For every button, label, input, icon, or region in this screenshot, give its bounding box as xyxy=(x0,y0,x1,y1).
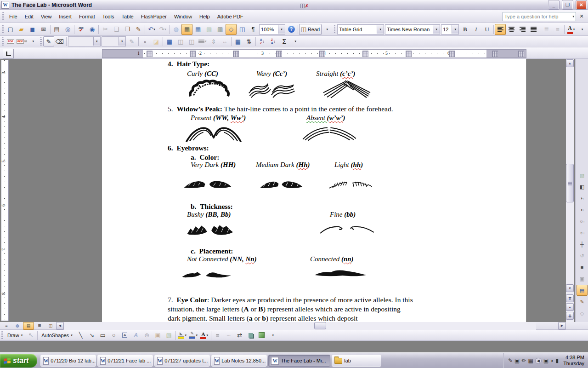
start-button[interactable]: start xyxy=(0,354,37,368)
web-layout-view-button[interactable]: ◍ xyxy=(12,322,23,330)
tray-display-icon[interactable]: ▣ xyxy=(514,357,520,364)
less-contrast-button[interactable]: ◑↓ xyxy=(577,204,588,215)
toolbar-grip[interactable] xyxy=(2,25,4,34)
open-button[interactable]: ▰ xyxy=(16,24,27,35)
tray-monitor-icon[interactable]: ▣ xyxy=(543,357,548,364)
widows-peak-present-drawing[interactable] xyxy=(184,123,243,144)
tray-printer-icon[interactable]: ▦ xyxy=(528,357,533,364)
scrollbar-thumb[interactable] xyxy=(566,164,574,202)
taskbar-window-button-active[interactable]: W The Face Lab - Mi... xyxy=(268,355,330,367)
undo-button[interactable]: ↶▾ xyxy=(146,24,157,35)
oval-button[interactable]: ○ xyxy=(108,330,119,341)
line-style-button[interactable]: ≡ xyxy=(212,330,223,341)
tray-writing-icon[interactable]: ✏ xyxy=(521,357,526,364)
border-color-button[interactable]: ✎ xyxy=(126,36,137,46)
zoom-combobox[interactable]: 100% ▾ xyxy=(259,24,285,34)
split-cells-button[interactable]: ◫ xyxy=(186,36,197,46)
taskbar-clock[interactable]: 4:38 PM Thursday xyxy=(563,355,584,367)
toolbar-grip[interactable] xyxy=(40,37,42,46)
insert-hyperlink-button[interactable]: ◍ xyxy=(170,24,181,35)
font-color-button[interactable]: A ▾ xyxy=(565,24,577,35)
scroll-left-button[interactable]: ◀ xyxy=(56,322,64,330)
close-document-icon[interactable]: ✕ xyxy=(577,12,586,21)
rotate-left-button[interactable]: ↺ xyxy=(577,250,588,261)
arrow-button[interactable]: ↘ xyxy=(86,330,97,341)
chevron-down-icon[interactable]: ▾ xyxy=(153,28,155,31)
crop-button[interactable]: ┼ xyxy=(577,239,588,250)
scroll-right-button[interactable]: ▶ xyxy=(558,322,566,330)
previous-page-button[interactable]: ⇈ xyxy=(566,294,574,302)
table-autoformat-button[interactable]: ▦ xyxy=(232,36,243,46)
document-page[interactable]: 4. Hair Type: Curly (CC) Wavy (Cc’) Stra… xyxy=(102,59,527,322)
set-transparent-color-button[interactable]: ◇ xyxy=(577,308,588,319)
align-right-button[interactable] xyxy=(517,24,528,35)
italic-button[interactable]: I xyxy=(470,24,481,35)
table-column-marker[interactable] xyxy=(449,51,455,57)
text-direction-button[interactable]: ⇅ xyxy=(243,36,254,46)
menu-view[interactable]: View xyxy=(37,12,56,22)
shadow-style-button[interactable] xyxy=(245,330,256,341)
chevron-down-icon[interactable]: ▾ xyxy=(572,15,574,18)
more-brightness-button[interactable]: ☼↑ xyxy=(577,216,588,227)
clip-art-button[interactable]: ▣ xyxy=(153,330,164,341)
tray-chevron-icon[interactable]: ◀ xyxy=(535,358,542,364)
line-style-button[interactable]: ≡ xyxy=(577,262,588,273)
cell-alignment-button[interactable]: ▾ xyxy=(197,36,208,46)
not-connected-eyebrows-drawing[interactable] xyxy=(181,268,237,280)
less-brightness-button[interactable]: ☼↓ xyxy=(577,227,588,238)
menu-format[interactable]: Format xyxy=(75,12,99,22)
menu-tools[interactable]: Tools xyxy=(99,12,118,22)
insert-excel-button[interactable]: ▧ xyxy=(204,24,215,35)
font-size-combobox[interactable]: 12 ▾ xyxy=(441,24,459,34)
insert-table-button[interactable]: ▦ xyxy=(192,24,204,35)
taskbar-window-button[interactable]: lab xyxy=(332,355,381,367)
menu-help[interactable]: Help xyxy=(196,12,214,22)
taskbar-window-button[interactable]: W 071221 Face lab ... xyxy=(97,355,153,367)
insert-picture-button[interactable]: ▧ xyxy=(577,170,588,181)
cut-button[interactable]: ✂ xyxy=(100,24,111,35)
table-column-marker[interactable] xyxy=(233,51,239,57)
toolbar-options-button[interactable]: ▾ xyxy=(267,330,278,341)
table-column-marker[interactable] xyxy=(518,51,524,57)
horizontal-scrollbar[interactable] xyxy=(64,322,536,330)
reading-layout-button[interactable]: ◫ xyxy=(45,322,56,330)
restore-button[interactable]: ❐ xyxy=(562,0,573,9)
menu-table[interactable]: Table xyxy=(118,12,137,22)
menu-insert[interactable]: Insert xyxy=(55,12,75,22)
chevron-down-icon[interactable]: ▾ xyxy=(452,25,458,34)
tables-and-borders-button[interactable]: ▦ xyxy=(181,24,192,35)
spelling-button[interactable]: ABC✔ xyxy=(75,24,86,35)
outline-view-button[interactable]: ≣ xyxy=(34,322,45,330)
widows-peak-absent-drawing[interactable] xyxy=(301,124,357,141)
chevron-down-icon[interactable]: ▾ xyxy=(93,37,100,46)
eraser-button[interactable]: ⌫ xyxy=(54,36,65,46)
menu-adobe-pdf[interactable]: Adobe PDF xyxy=(214,12,247,22)
rectangle-button[interactable]: ▭ xyxy=(97,330,108,341)
color-button[interactable]: ◧ xyxy=(577,181,588,192)
text-wrapping-button[interactable]: ▤ xyxy=(577,285,588,296)
taskbar-window-button[interactable]: W 071220 Bio 12 lab... xyxy=(40,355,96,367)
tray-pen-icon[interactable]: ✎ xyxy=(508,357,513,364)
text-box-button[interactable]: A xyxy=(119,330,130,341)
select-browse-object-button[interactable]: ● xyxy=(566,303,574,311)
toolbar-options-button[interactable]: ▾ xyxy=(28,36,39,46)
document-map-button[interactable]: ◫ xyxy=(237,24,248,35)
question-help-input[interactable]: Type a question for help ▾ xyxy=(503,12,576,21)
save-button[interactable]: ◼ xyxy=(27,24,38,35)
sort-descending-button[interactable]: ZA ↓ xyxy=(268,36,279,46)
numbering-button[interactable]: ≣ xyxy=(541,24,552,35)
normal-view-button[interactable]: ≡ xyxy=(1,322,12,330)
draw-menu-button[interactable]: Draw▾ xyxy=(5,331,25,339)
format-picture-button[interactable]: ✎ xyxy=(577,296,588,307)
convert-to-pdf-button[interactable]: PDF xyxy=(5,36,16,46)
font-combobox[interactable]: Times New Roman ▾ xyxy=(385,24,440,34)
bullets-button[interactable]: ≡ xyxy=(552,24,563,35)
dash-style-button[interactable]: ┄ xyxy=(223,330,234,341)
menu-window[interactable]: Window xyxy=(170,12,196,22)
light-eyebrows-drawing[interactable] xyxy=(328,178,373,190)
toolbar-options-button[interactable]: ▾ xyxy=(322,24,333,35)
distribute-rows-button[interactable]: ⇕ xyxy=(208,36,219,46)
print-button[interactable]: ▤ xyxy=(51,24,62,35)
toolbar-grip[interactable] xyxy=(2,37,4,46)
scroll-up-button[interactable]: ▲ xyxy=(566,59,574,67)
